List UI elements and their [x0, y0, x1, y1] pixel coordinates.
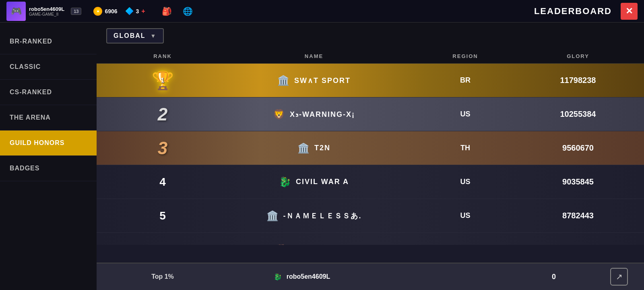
add-diamonds-button[interactable]: +: [141, 8, 145, 15]
header-rank: RANK: [106, 53, 219, 59]
player-display-name: CIVIL WAR A: [296, 178, 349, 186]
header-glory: GLORY: [522, 53, 634, 59]
player-name-box: robo5en4609L GAME-GAME_II: [29, 6, 64, 17]
page-title: LEADERBOARD: [534, 6, 612, 17]
sidebar-item-guild-honors[interactable]: GUILD HONORS: [0, 130, 97, 156]
close-button[interactable]: ✕: [621, 3, 638, 20]
sidebar-item-the-arena[interactable]: THE ARENA: [0, 105, 97, 130]
bottom-bar: Top 1% 🐉 robo5en4609L 0 ↗: [97, 263, 644, 290]
rank-cell: 3: [106, 138, 219, 158]
filter-bar: GLOBAL ▼: [97, 23, 644, 49]
table-row: 2 🦁 X₃-WARNING-X¡ US 10255384: [97, 97, 644, 131]
coin-icon: ●: [93, 7, 102, 16]
diamonds-display: 3 +: [126, 7, 145, 15]
share-button[interactable]: ↗: [610, 268, 628, 286]
sidebar-item-br-ranked[interactable]: BR-RANKED: [0, 29, 97, 54]
glory-cell: 8782443: [522, 211, 634, 220]
my-glory: 0: [497, 273, 610, 281]
my-name: 🐉 robo5en4609L: [219, 273, 385, 281]
filter-label: GLOBAL: [114, 32, 146, 39]
my-guild-icon: 🐉: [274, 273, 282, 281]
share-icon: ↗: [616, 272, 623, 282]
content-area: GLOBAL ▼ RANK NAME REGION GLORY 🏆 1 🏛️: [97, 23, 644, 290]
chevron-down-icon: ▼: [151, 33, 157, 39]
global-filter-dropdown[interactable]: GLOBAL ▼: [106, 28, 164, 44]
glory-cell: 9035845: [522, 177, 634, 186]
player-info: 🎮 robo5en4609L GAME-GAME_II 13: [6, 2, 81, 21]
diamonds-value: 3: [136, 8, 139, 14]
region-cell: US: [409, 110, 522, 118]
table-row: 6 🦁 HOLLYWOODS US 8619716: [97, 233, 644, 245]
avatar: 🎮: [6, 2, 26, 21]
guild-icon: 🏛️: [297, 143, 310, 154]
table-body: 🏆 1 🏛️ SW∧T SPORT BR 11798238 2 🦁 X₃-WAR…: [97, 64, 644, 245]
top-bar: 🎮 robo5en4609L GAME-GAME_II 13 ● 6906 3 …: [0, 0, 644, 23]
player-display-name: X₃-WARNING-X¡: [290, 110, 355, 119]
player-display-name: SW∧T SPORT: [294, 76, 351, 85]
player-sub: GAME-GAME_II: [29, 12, 64, 17]
region-cell: BR: [409, 76, 522, 85]
leaderboard-table: 🏆 1 🏛️ SW∧T SPORT BR 11798238 2 🦁 X₃-WAR…: [97, 64, 644, 263]
region-cell: US: [409, 211, 522, 220]
rank-cell: 6: [106, 243, 219, 245]
name-cell: 🦁 X₃-WARNING-X¡: [219, 109, 409, 120]
sidebar-item-classic[interactable]: CLASSIC: [0, 54, 97, 80]
rank-cell: 4: [106, 176, 219, 188]
main-layout: BR-RANKED CLASSIC CS-RANKED THE ARENA GU…: [0, 23, 644, 290]
glory-cell: 11798238: [522, 76, 634, 85]
guild-icon: 🐉: [279, 176, 291, 188]
table-row: 5 🏛️ -ＮＡＭＥＬＥＳＳあ. US 8782443: [97, 199, 644, 233]
player-display-name: -ＮＡＭＥＬＥＳＳあ.: [283, 211, 362, 221]
sidebar: BR-RANKED CLASSIC CS-RANKED THE ARENA GU…: [0, 23, 97, 290]
name-cell: 🐉 CIVIL WAR A: [219, 176, 409, 188]
rank-cell: 2: [106, 104, 219, 124]
guild-icon: 🦁: [273, 109, 285, 120]
region-cell: US: [409, 178, 522, 186]
name-cell: 🏛️ -ＮＡＭＥＬＥＳＳあ.: [219, 210, 409, 222]
region-cell: TH: [409, 144, 522, 152]
coins-display: ● 6906: [93, 7, 117, 16]
table-row: 4 🐉 CIVIL WAR A US 9035845: [97, 165, 644, 199]
glory-cell: 10255384: [522, 110, 634, 119]
name-cell: 🏛️ SW∧T SPORT: [219, 75, 409, 86]
table-header: RANK NAME REGION GLORY: [97, 49, 644, 64]
my-player-name: robo5en4609L: [287, 273, 330, 280]
rank-cell: 5: [106, 209, 219, 222]
header-region: REGION: [409, 53, 522, 59]
header-name: NAME: [219, 53, 409, 59]
diamond-icon: [126, 7, 134, 15]
guild-icon: 🏛️: [266, 210, 279, 222]
sidebar-item-cs-ranked[interactable]: CS-RANKED: [0, 80, 97, 105]
table-row: 🏆 1 🏛️ SW∧T SPORT BR 11798238: [97, 64, 644, 97]
toolbar-icons: 🎒 🌐: [160, 4, 195, 19]
backpack-icon[interactable]: 🎒: [160, 4, 174, 19]
coins-value: 6906: [105, 8, 117, 14]
name-cell: 🏛️ T2N: [219, 143, 409, 154]
my-rank: Top 1%: [106, 273, 219, 280]
table-row: 3 🏛️ T2N TH 9560670: [97, 131, 644, 165]
name-cell: 🦁 HOLLYWOODS: [219, 244, 409, 245]
player-display-name: T2N: [314, 144, 330, 152]
currency-group: ● 6906 3 + 🎒 🌐: [93, 4, 195, 19]
guild-icon: 🦁: [275, 244, 287, 245]
player-name: robo5en4609L: [29, 6, 64, 12]
sidebar-item-badges[interactable]: BADGES: [0, 156, 97, 181]
glory-cell: 9560670: [522, 143, 634, 153]
rank-cell: 🏆 1: [106, 70, 219, 91]
rank-badge: 13: [71, 8, 81, 15]
guild-icon: 🏛️: [277, 75, 289, 86]
globe-icon[interactable]: 🌐: [181, 4, 195, 19]
